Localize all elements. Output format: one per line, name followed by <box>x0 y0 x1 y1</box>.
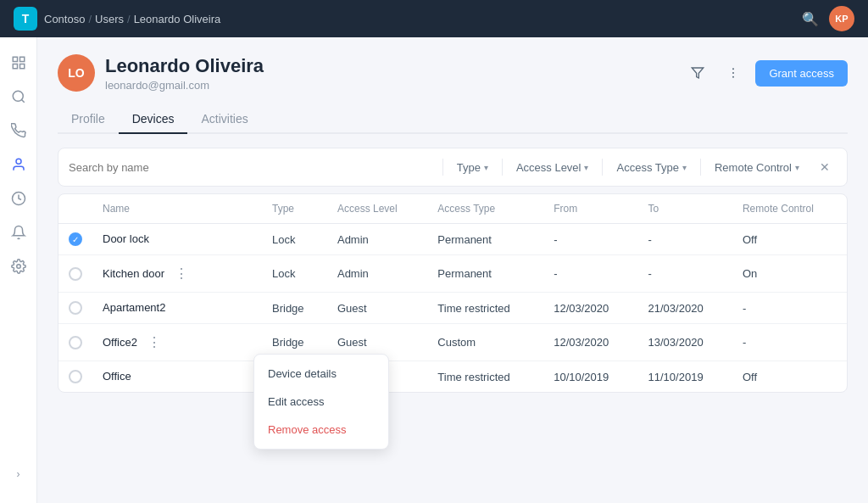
svg-point-6 <box>16 159 21 164</box>
filter-divider-4 <box>700 159 701 176</box>
row-cell-0: Lock <box>262 255 327 293</box>
context-menu-device-details[interactable]: Device details <box>254 360 388 388</box>
user-name: Leonardo Oliveira <box>105 55 264 77</box>
device-name: Office <box>103 370 131 383</box>
sidebar-item-settings[interactable] <box>3 251 34 282</box>
breadcrumb-users[interactable]: Users <box>95 13 124 25</box>
col-from: From <box>543 194 637 224</box>
sidebar-item-intercom[interactable] <box>3 115 34 146</box>
col-name: Name <box>92 194 262 224</box>
row-checkbox[interactable] <box>69 336 82 349</box>
search-icon[interactable]: 🔍 <box>802 11 819 27</box>
grant-access-button[interactable]: Grant access <box>755 60 848 87</box>
svg-point-11 <box>732 72 734 74</box>
sidebar-item-logs[interactable] <box>3 183 34 214</box>
tabs: Profile Devices Activities <box>58 105 848 134</box>
row-cell-4: 11/10/2019 <box>638 361 732 393</box>
filter-divider-3 <box>602 159 603 176</box>
svg-point-4 <box>13 91 23 101</box>
svg-line-5 <box>21 99 24 102</box>
filter-divider-1 <box>442 159 443 176</box>
breadcrumb-current: Leonardo Oliveira <box>134 13 221 25</box>
row-more-button-office2[interactable]: ⋮ <box>142 333 166 352</box>
sidebar-expand-button[interactable]: › <box>3 459 34 489</box>
context-menu-remove-access[interactable]: Remove access <box>254 416 388 444</box>
access-level-filter-chevron: ▾ <box>584 163 588 172</box>
type-filter-label: Type <box>457 161 481 174</box>
access-level-filter-label: Access Level <box>516 161 581 174</box>
sidebar-item-scan[interactable] <box>3 81 34 112</box>
sidebar-item-notifications[interactable] <box>3 217 34 248</box>
remote-control-filter-chevron: ▾ <box>795 163 799 172</box>
col-type: Type <box>262 194 327 224</box>
row-name-cell: Apartament2 <box>92 293 262 322</box>
row-cell-1: Admin <box>327 255 427 293</box>
tab-profile[interactable]: Profile <box>58 105 119 134</box>
tab-devices[interactable]: Devices <box>119 105 188 134</box>
row-cell-3: - <box>543 255 637 293</box>
type-filter-chevron: ▾ <box>484 163 488 172</box>
breadcrumb: Contoso / Users / Leonardo Oliveira <box>44 13 220 25</box>
filter-divider-2 <box>502 159 503 176</box>
remote-control-filter[interactable]: Remote Control ▾ <box>708 159 806 176</box>
row-checkbox[interactable] <box>69 267 82 281</box>
row-cell-5: On <box>732 255 847 293</box>
svg-rect-2 <box>13 64 17 69</box>
access-level-filter[interactable]: Access Level ▾ <box>509 159 596 176</box>
row-cell-3: 10/10/2019 <box>543 361 637 393</box>
type-filter[interactable]: Type ▾ <box>450 159 495 176</box>
user-email: leonardo@gmail.com <box>105 79 264 92</box>
svg-point-10 <box>732 68 734 70</box>
svg-marker-9 <box>693 68 704 78</box>
row-checkbox[interactable] <box>69 370 82 383</box>
col-access-level: Access Level <box>327 194 427 224</box>
table-row: Door lockLockAdminPermanent--Off <box>58 224 847 255</box>
user-details: Leonardo Oliveira leonardo@gmail.com <box>105 55 264 92</box>
row-cell-4: - <box>638 224 732 255</box>
device-name: Office2 <box>103 336 137 349</box>
row-name-cell: Office <box>92 361 262 391</box>
context-menu: Device details Edit access Remove access <box>253 354 389 450</box>
topbar-right: 🔍 KP <box>802 6 854 31</box>
user-avatar: LO <box>58 54 95 92</box>
col-access-type: Access Type <box>427 194 543 224</box>
row-cell-3: - <box>543 224 637 255</box>
row-checkbox-cell <box>58 293 92 324</box>
row-checkbox-cell <box>58 255 92 293</box>
row-more-button[interactable]: ⋮ <box>170 264 193 283</box>
row-cell-0: Bridge <box>262 293 327 324</box>
table-row: Apartament2BridgeGuestTime restricted12/… <box>58 293 847 324</box>
breadcrumb-sep2: / <box>127 13 131 25</box>
clear-filters-button[interactable]: ✕ <box>813 155 837 179</box>
breadcrumb-contoso[interactable]: Contoso <box>44 13 85 25</box>
sidebar-item-users[interactable] <box>3 149 34 180</box>
topbar: T Contoso / Users / Leonardo Oliveira 🔍 … <box>0 0 868 37</box>
device-name: Apartament2 <box>103 301 165 314</box>
sidebar: › <box>0 37 37 503</box>
search-input[interactable] <box>69 161 436 174</box>
row-cell-4: 21/03/2020 <box>638 293 732 324</box>
user-header: LO Leonardo Oliveira leonardo@gmail.com … <box>58 54 848 92</box>
col-check <box>58 194 92 224</box>
access-type-filter[interactable]: Access Type ▾ <box>609 159 693 176</box>
tab-activities[interactable]: Activities <box>187 105 261 134</box>
filter-button[interactable] <box>684 59 711 87</box>
row-cell-2: Custom <box>427 324 543 361</box>
row-checkbox[interactable] <box>69 301 82 315</box>
col-to: To <box>638 194 732 224</box>
context-menu-edit-access[interactable]: Edit access <box>254 388 388 416</box>
row-name-cell: Kitchen door⋮ <box>92 255 262 292</box>
user-info: LO Leonardo Oliveira leonardo@gmail.com <box>58 54 264 92</box>
sidebar-item-dashboard[interactable] <box>3 48 34 78</box>
access-type-filter-chevron: ▾ <box>682 163 687 172</box>
more-options-button[interactable] <box>720 59 747 87</box>
row-cell-1: Admin <box>327 224 427 255</box>
row-cell-3: 12/03/2020 <box>543 293 637 324</box>
main-layout: › LO Leonardo Oliveira leonardo@gmail.co… <box>0 37 868 503</box>
device-name: Door lock <box>103 232 149 245</box>
row-cell-5: - <box>732 293 847 324</box>
device-table: Name Type Access Level Access Type From … <box>58 193 848 393</box>
svg-rect-3 <box>19 64 24 69</box>
row-cell-3: 12/03/2020 <box>543 324 637 361</box>
row-checkbox[interactable] <box>69 232 82 246</box>
